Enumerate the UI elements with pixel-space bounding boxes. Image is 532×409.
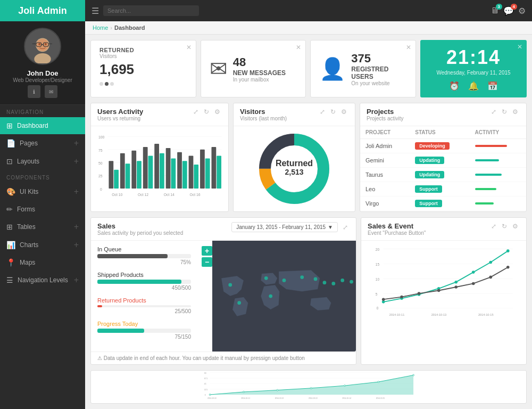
users-chart-svg: 100 75 50 25 0 xyxy=(97,130,222,202)
events-chart-area: 20 15 10 5 0 xyxy=(361,241,526,326)
breadcrumb: Home › Dashboard xyxy=(85,21,532,35)
svg-text:50: 50 xyxy=(98,161,103,165)
progress-bar-container xyxy=(97,329,191,333)
stat-card-close-2[interactable]: ✕ xyxy=(296,44,301,51)
svg-rect-25 xyxy=(137,161,142,189)
map-zoom-controls: + − xyxy=(202,246,212,351)
svg-rect-37 xyxy=(205,158,210,189)
clock-action-icons: ⏰ 🔔 📅 xyxy=(449,81,498,91)
project-row-joliadmin: Joli Admin Developing xyxy=(360,139,526,153)
returned-val: 25/500 xyxy=(97,308,191,314)
svg-rect-21 xyxy=(114,170,119,189)
projects-table: Project Status Activity Joli Admin Devel… xyxy=(360,126,526,211)
sidebar-item-charts[interactable]: 📊 Charts + xyxy=(0,236,85,254)
breadcrumb-current: Dashboard xyxy=(114,24,145,31)
bottom-chart-panel: 90 67.5 45 22.5 0 xyxy=(90,370,527,404)
zoom-in-button[interactable]: + xyxy=(202,246,212,256)
stat-card-close-3[interactable]: ✕ xyxy=(406,44,411,51)
svg-text:45: 45 xyxy=(204,383,206,385)
layouts-expand-icon[interactable]: + xyxy=(74,157,79,166)
svg-point-4 xyxy=(45,43,47,45)
svg-rect-29 xyxy=(160,153,164,189)
sidebar-item-tables[interactable]: ⊞ Tables + xyxy=(0,218,85,236)
breadcrumb-home[interactable]: Home xyxy=(93,24,108,31)
svg-point-52 xyxy=(282,279,286,282)
sales-stat-shipped: Shipped Products 450/500 xyxy=(97,272,191,291)
project-status: Support xyxy=(410,182,469,197)
sidebar-item-layouts[interactable]: ⊡ Layouts + xyxy=(0,152,85,170)
gear-icon: ⚙ xyxy=(518,6,526,15)
shipped-val: 450/500 xyxy=(97,285,191,291)
info-icon[interactable]: ℹ xyxy=(28,85,40,98)
project-row-taurus: Taurus Updating xyxy=(360,168,526,182)
expand-events-icon[interactable]: ⤢ xyxy=(489,222,498,231)
breadcrumb-separator: › xyxy=(110,24,112,31)
settings-icon[interactable]: ⚙ xyxy=(213,108,222,116)
sidebar-item-maps[interactable]: 📍 Maps xyxy=(0,254,85,271)
shipped-label: Shipped Products xyxy=(97,272,191,278)
expand-projects-icon[interactable]: ⤢ xyxy=(489,108,498,116)
forms-icon: ✏ xyxy=(6,205,13,214)
components-section-label: Components xyxy=(0,170,85,183)
expand-visitors-icon[interactable]: ⤢ xyxy=(318,108,327,116)
messages-button[interactable]: 💬 4 xyxy=(503,6,514,16)
menu-toggle-icon[interactable]: ☰ xyxy=(92,6,99,16)
stat-card-close-1[interactable]: ✕ xyxy=(186,44,192,51)
stat-card-dots-1 xyxy=(99,82,187,86)
svg-rect-36 xyxy=(200,150,205,189)
refresh-projects-icon[interactable]: ↻ xyxy=(500,108,509,116)
refresh-icon[interactable]: ↻ xyxy=(202,108,211,116)
svg-point-75 xyxy=(454,281,458,284)
tables-expand-icon[interactable]: + xyxy=(74,222,79,232)
notifications-button[interactable]: 🖥 3 xyxy=(491,6,499,15)
visitors-chart-area: Returned 2,513 xyxy=(234,126,355,211)
svg-point-84 xyxy=(472,282,475,285)
expand-sales-icon[interactable]: ⤢ xyxy=(341,223,350,232)
map-container: + − xyxy=(197,241,356,351)
navlevels-icon: ☰ xyxy=(6,276,13,284)
expand-icon[interactable]: ⤢ xyxy=(192,108,200,116)
app-title: Joli Admin xyxy=(18,5,66,17)
settings-button[interactable]: ⚙ xyxy=(518,6,526,16)
refresh-visitors-icon[interactable]: ↻ xyxy=(329,108,337,116)
svg-point-82 xyxy=(437,289,440,292)
progress-label: Progress Today xyxy=(97,321,191,327)
sidebar-logo: Joli Admin xyxy=(0,0,85,21)
avatar xyxy=(24,28,61,65)
nav-section-label: Navigation xyxy=(0,105,85,117)
sidebar-item-label: Navigation Levels xyxy=(18,276,68,284)
settings-projects-icon[interactable]: ⚙ xyxy=(511,108,520,116)
svg-rect-31 xyxy=(171,158,176,189)
navlevels-expand-icon[interactable]: + xyxy=(74,275,79,285)
pages-expand-icon[interactable]: + xyxy=(74,138,79,148)
main-content: ☰ 🖥 3 💬 4 ⚙ Home › Dashboard ✕ xyxy=(85,0,532,409)
sales-date-range-picker[interactable]: January 13, 2015 - February 11, 2015 ▼ xyxy=(231,222,338,232)
calendar-icon[interactable]: 📅 xyxy=(487,81,498,91)
charts-expand-icon[interactable]: + xyxy=(74,240,79,250)
bell-clock-icon[interactable]: 🔔 xyxy=(468,81,479,91)
stat-subtitle-messages: In your mailbox xyxy=(233,77,286,83)
sidebar-item-pages[interactable]: 📄 Pages + xyxy=(0,134,85,152)
sidebar-item-dashboard[interactable]: ⊞ Dashboard xyxy=(0,117,85,134)
uikits-expand-icon[interactable]: + xyxy=(74,187,79,197)
settings-visitors-icon[interactable]: ⚙ xyxy=(339,108,348,116)
svg-rect-24 xyxy=(131,151,136,189)
settings-events-icon[interactable]: ⚙ xyxy=(511,222,520,231)
clock-card: ✕ 21:14 Wednesday, February 11, 2015 ⏰ 🔔… xyxy=(420,40,527,97)
refresh-events-icon[interactable]: ↻ xyxy=(500,222,509,231)
sidebar-item-forms[interactable]: ✏ Forms xyxy=(0,201,85,218)
mail-icon[interactable]: ✉ xyxy=(45,85,57,98)
svg-text:2014-10-13: 2014-10-13 xyxy=(431,313,446,316)
sidebar-item-label: Maps xyxy=(20,259,35,266)
search-input[interactable] xyxy=(103,5,199,16)
svg-point-2 xyxy=(37,39,49,51)
clock-icon[interactable]: ⏰ xyxy=(449,81,460,91)
svg-point-81 xyxy=(418,292,421,295)
clock-card-close[interactable]: ✕ xyxy=(517,43,522,51)
svg-point-77 xyxy=(489,261,492,264)
svg-point-101 xyxy=(209,394,211,396)
zoom-out-button[interactable]: − xyxy=(202,257,212,267)
sidebar-item-navlevels[interactable]: ☰ Navigation Levels + xyxy=(0,271,85,289)
sidebar-item-uikits[interactable]: 🎨 UI Kits + xyxy=(0,183,85,201)
shipped-bar-container xyxy=(97,280,191,284)
